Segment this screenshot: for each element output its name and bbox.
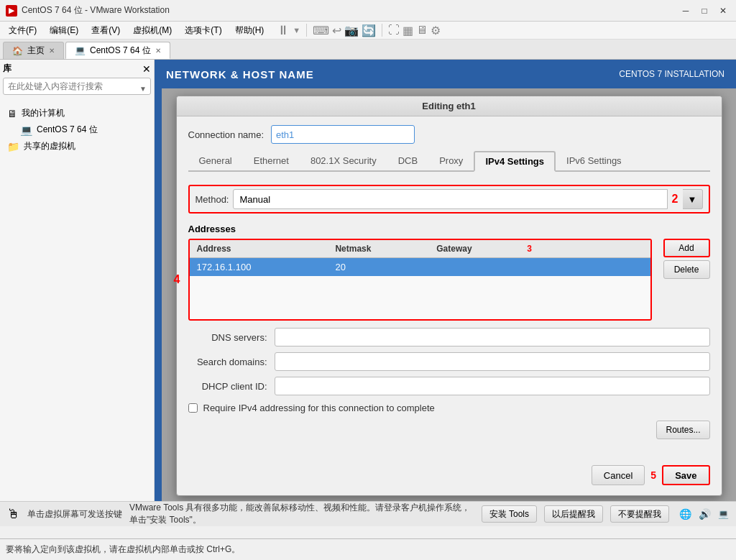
table-row[interactable]: 172.16.1.100 20 — [190, 258, 650, 277]
vmtools-bar: 🖱 单击虚拟屏幕可发送按键 VMware Tools 具有很多功能，能改善鼠标移… — [0, 501, 736, 526]
add-address-btn[interactable]: Add — [663, 239, 710, 257]
routes-button[interactable]: Routes... — [656, 421, 709, 439]
cell-gateway — [429, 258, 650, 277]
remind-later-btn[interactable]: 以后提醒我 — [544, 505, 603, 523]
sidebar-item-shared[interactable]: 📁 共享的虚拟机 — [3, 138, 151, 155]
dns-row: DNS servers: — [188, 328, 710, 346]
delete-address-btn[interactable]: Delete — [663, 260, 710, 279]
cancel-button[interactable]: Cancel — [592, 465, 645, 485]
connection-name-input[interactable] — [271, 125, 415, 144]
full-screen-icon[interactable]: ⛶ — [388, 24, 400, 37]
col-gateway: Gateway 3 — [429, 240, 650, 258]
menubar: 文件(F) 编辑(E) 查看(V) 虚拟机(M) 选项卡(T) 帮助(H) ⏸ … — [0, 22, 736, 40]
dhcp-label: DHCP client ID: — [188, 381, 267, 392]
connection-name-row: Connection name: — [188, 125, 710, 144]
sidebar: 库 ✕ ▼ 🖥 我的计算机 💻 CentOS 7 64 位 📁 共享的虚拟机 — [0, 60, 155, 501]
sidebar-item-my-computer[interactable]: 🖥 我的计算机 — [3, 105, 151, 121]
menu-edit[interactable]: 编辑(E) — [44, 23, 84, 38]
dialog-overlay: Editing eth1 Connection name: Gener — [162, 88, 736, 501]
vm-state-icon: 💻 — [718, 509, 729, 519]
maximize-button[interactable]: □ — [697, 4, 712, 18]
unity-icon[interactable]: ▦ — [402, 24, 413, 37]
tab-centos[interactable]: 💻 CentOS 7 64 位 ✕ — [65, 42, 170, 59]
search-domains-label: Search domains: — [188, 357, 267, 367]
require-ipv4-checkbox[interactable] — [188, 403, 198, 413]
settings-icon[interactable]: ⚙ — [431, 24, 441, 37]
addresses-section: Addresses 4 Address — [188, 224, 710, 321]
cell-address: 172.16.1.100 — [190, 258, 328, 277]
tab-home-close[interactable]: ✕ — [49, 47, 55, 55]
close-button[interactable]: ✕ — [716, 4, 730, 18]
search-dropdown-icon[interactable]: ▼ — [139, 85, 147, 93]
step-5-badge: 5 — [650, 469, 656, 481]
sidebar-close-btn[interactable]: ✕ — [142, 63, 151, 75]
dhcp-input[interactable] — [275, 377, 710, 395]
dhcp-row: DHCP client ID: — [188, 377, 710, 395]
step-2-badge: 2 — [672, 193, 678, 206]
tab-home[interactable]: 🏠 主页 ✕ — [3, 42, 64, 59]
col-address: Address — [190, 240, 328, 258]
tab-general[interactable]: General — [188, 151, 243, 170]
menu-vm[interactable]: 虚拟机(M) — [127, 23, 178, 38]
install-tools-btn[interactable]: 安装 Tools — [482, 505, 537, 523]
dialog-titlebar: Editing eth1 — [177, 96, 722, 116]
tab-centos-close[interactable]: ✕ — [155, 47, 161, 55]
editing-dialog: Editing eth1 Connection name: Gener — [176, 96, 722, 496]
dont-remind-btn[interactable]: 不要提醒我 — [610, 505, 669, 523]
addresses-title: Addresses — [188, 224, 710, 234]
menu-help[interactable]: 帮助(H) — [229, 23, 270, 38]
library-label: 库 — [3, 63, 12, 75]
dns-input[interactable] — [275, 328, 710, 346]
dns-label: DNS servers: — [188, 332, 267, 343]
content-area: NETWORK & HOST NAME CENTOS 7 INSTALLATIO… — [155, 60, 736, 501]
ipv4-content: Method: Manual 2 ▼ Addresses — [188, 179, 710, 451]
dialog-body: Connection name: General Ethernet 802.1X… — [177, 116, 722, 459]
installation-label: CENTOS 7 INSTALLATION — [619, 69, 724, 79]
routes-row: Routes... — [188, 421, 710, 439]
step-4-badge: 4 — [174, 273, 180, 286]
dialog-footer: Cancel 5 Save — [177, 459, 722, 495]
tab-ipv4[interactable]: IPv4 Settings — [474, 151, 556, 172]
table-empty-row — [190, 276, 650, 298]
revert-icon[interactable]: ↩ — [332, 24, 341, 37]
statusbar-text: 要将输入定向到该虚拟机，请在虚拟机内部单击或按 Ctrl+G。 — [6, 543, 240, 556]
col-netmask: Netmask — [328, 240, 429, 258]
checkbox-row: Require IPv4 addressing for this connect… — [188, 403, 710, 413]
table-empty-row-2 — [190, 298, 650, 319]
sidebar-item-centos[interactable]: 💻 CentOS 7 64 位 — [3, 121, 151, 138]
menu-file[interactable]: 文件(F) — [3, 23, 42, 38]
statusbar: 要将输入定向到该虚拟机，请在虚拟机内部单击或按 Ctrl+G。 — [0, 538, 736, 560]
manage-snapshots-icon[interactable]: 🔄 — [362, 24, 376, 37]
addresses-table: Address Netmask Gateway 3 — [190, 240, 650, 319]
pause-icon[interactable]: ⏸ — [277, 23, 290, 38]
connection-name-label: Connection name: — [188, 129, 264, 140]
dialog-title: Editing eth1 — [422, 101, 475, 111]
method-value: Manual — [239, 194, 270, 205]
vm-icon: 💻 — [75, 45, 86, 55]
content-header: NETWORK & HOST NAME CENTOS 7 INSTALLATIO… — [155, 60, 736, 88]
search-domains-input[interactable] — [275, 352, 710, 371]
menu-tab[interactable]: 选项卡(T) — [179, 23, 227, 38]
minimize-button[interactable]: ─ — [678, 4, 693, 18]
search-domains-row: Search domains: — [188, 352, 710, 371]
tab-proxy[interactable]: Proxy — [428, 151, 474, 170]
network-icon: 🌐 — [679, 508, 691, 520]
tab-ethernet[interactable]: Ethernet — [243, 151, 300, 170]
send-ctrl-alt-del-icon[interactable]: ⌨ — [313, 24, 329, 37]
vm-list-icon: 💻 — [20, 124, 32, 136]
view-icon[interactable]: 🖥 — [416, 24, 428, 37]
require-ipv4-label: Require IPv4 addressing for this connect… — [203, 403, 435, 413]
sidebar-search-input[interactable] — [3, 78, 151, 95]
menu-view[interactable]: 查看(V) — [86, 23, 126, 38]
method-dropdown-btn[interactable]: ▼ — [683, 189, 703, 209]
snapshot-icon[interactable]: 📷 — [344, 24, 359, 37]
tab-dcb[interactable]: DCB — [387, 151, 428, 170]
shared-icon: 📁 — [7, 141, 19, 152]
tab-8021x[interactable]: 802.1X Security — [300, 151, 387, 170]
tab-ipv6[interactable]: IPv6 Settings — [556, 151, 632, 170]
save-button[interactable]: Save — [662, 465, 709, 485]
dialog-tabs: General Ethernet 802.1X Security DCB Pro… — [188, 151, 710, 172]
vmtools-icon: 🖱 — [7, 507, 20, 522]
window-title: CentOS 7 64 位 - VMware Workstation — [22, 4, 674, 17]
step-3-badge: 3 — [527, 244, 532, 254]
